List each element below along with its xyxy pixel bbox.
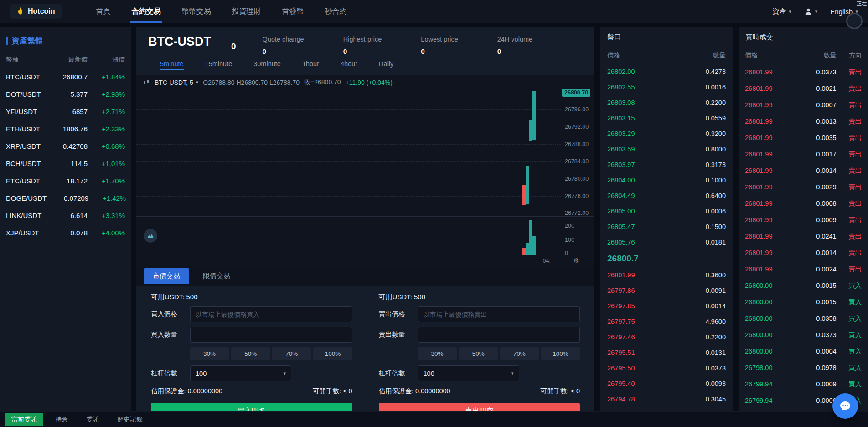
side-cell: 賣出 <box>837 232 862 241</box>
order-book-row[interactable]: 26805.000.0006 <box>600 203 733 219</box>
buy-price-input[interactable] <box>190 306 352 322</box>
price-chart[interactable] <box>136 89 561 216</box>
watchlist-row[interactable]: BTC/USDT26800.7+1.84% <box>0 68 131 85</box>
side-cell: 賣出 <box>837 265 862 274</box>
floating-widget[interactable] <box>846 13 863 29</box>
order-book-row[interactable]: 26795.500.0373 <box>600 360 733 376</box>
order-book-row[interactable]: 26795.510.0131 <box>600 345 733 360</box>
watchlist-row[interactable]: DOGE/USDT0.07209+1.42% <box>0 189 131 207</box>
nav-item[interactable]: 幣幣交易 <box>171 0 222 23</box>
order-book-row[interactable]: 26803.150.0559 <box>600 110 733 126</box>
market-header-row: BTC-USDT 0 Quote change0Highest price0Lo… <box>136 27 594 56</box>
percent-button[interactable]: 70% <box>500 347 539 360</box>
order-book-row[interactable]: 26803.970.3173 <box>600 157 733 172</box>
chat-support-button[interactable] <box>832 393 858 419</box>
qty-cell: 0.0029 <box>796 183 836 191</box>
bottom-tab[interactable]: 委託 <box>80 413 105 426</box>
percent-button[interactable]: 100% <box>313 347 352 360</box>
chart-symbol-dropdown[interactable]: BTC-USDT, 5 ▾ <box>155 79 198 86</box>
chevron-down-icon: ▾ <box>789 9 791 15</box>
order-book-row[interactable]: 26801.990.3600 <box>600 267 733 283</box>
percent-button[interactable]: 70% <box>272 347 311 360</box>
timeframe-tab[interactable]: 1hour <box>302 60 319 70</box>
nav-item[interactable]: 首頁 <box>86 0 121 23</box>
order-book-row[interactable]: 26797.850.0014 <box>600 298 733 314</box>
nav-item[interactable]: 合約交易 <box>121 0 171 23</box>
timeframe-tab[interactable]: 15minute <box>205 60 232 70</box>
order-book-row[interactable]: 26802.550.0016 <box>600 79 733 95</box>
percent-button[interactable]: 30% <box>418 347 457 360</box>
watchlist-row[interactable]: XRP/USDT0.42708+0.68% <box>0 137 131 155</box>
assets-menu[interactable]: 資產 ▾ <box>772 7 791 16</box>
current-price-tag: 26800.70 <box>562 89 590 97</box>
stat-value: 0 <box>343 47 382 56</box>
order-book-row[interactable]: 26794.770.1500 <box>600 407 733 411</box>
sell-short-button[interactable]: 賣出開空 <box>379 403 580 411</box>
timeframe-tab[interactable]: 5minute <box>160 60 184 70</box>
timeframe-tab[interactable]: 30minute <box>253 60 281 70</box>
change-percent: +2.71% <box>88 108 125 115</box>
order-book-row[interactable]: 26804.490.6400 <box>600 188 733 203</box>
change-percent: +1.70% <box>88 177 125 185</box>
pair-title: BTC-USDT <box>148 35 231 49</box>
percent-button[interactable]: 50% <box>231 347 270 360</box>
brand-logo[interactable]: Hotcoin <box>10 4 62 19</box>
percent-button[interactable]: 100% <box>541 347 580 360</box>
nav-item[interactable]: 秒合約 <box>315 0 357 23</box>
last-price: 5.377 <box>46 90 88 98</box>
chart-type-icon[interactable] <box>143 79 150 86</box>
watchlist-row[interactable]: LINK/USDT6.614+3.31% <box>0 207 131 224</box>
watchlist-row[interactable]: YFI/USDT6857+2.71% <box>0 103 131 120</box>
order-book-row[interactable]: 26797.754.9600 <box>600 314 733 329</box>
order-book-row[interactable]: 26794.780.3045 <box>600 391 733 407</box>
nav-item[interactable]: 投資理財 <box>222 0 272 23</box>
watchlist-row[interactable]: BCH/USDT114.5+1.01% <box>0 155 131 172</box>
order-book-row[interactable]: 26805.760.0181 <box>600 234 733 250</box>
bottom-tab[interactable]: 持倉 <box>49 413 74 426</box>
order-book-row[interactable]: 26804.000.1000 <box>600 172 733 188</box>
watchlist-row[interactable]: XJP/USDT0.078+4.00% <box>0 224 131 241</box>
watchlist-row[interactable]: DOT/USDT5.377+2.93% <box>0 85 131 103</box>
buy-amount-input[interactable] <box>190 327 352 343</box>
settings-gear-icon[interactable]: ⚙ <box>573 257 579 264</box>
buy-percent-row: 30%50%70%100% <box>190 347 352 360</box>
sell-amount-input[interactable] <box>418 327 580 343</box>
order-book-row[interactable]: 26803.290.3200 <box>600 126 733 141</box>
order-book-row[interactable]: 26797.860.0091 <box>600 283 733 298</box>
market-stat: Highest price0 <box>343 36 382 56</box>
last-price: 6.614 <box>46 212 88 219</box>
buy-long-button[interactable]: 買入開多 <box>151 403 352 411</box>
order-book-row[interactable]: 26795.400.0093 <box>600 376 733 391</box>
order-book-row[interactable]: 26805.470.1500 <box>600 219 733 234</box>
col-qty: 數量 <box>796 52 836 60</box>
timeframe-tab[interactable]: Daily <box>379 60 393 70</box>
available-value: 500 <box>186 293 198 301</box>
trade-mode-tab[interactable]: 限價交易 <box>194 268 239 284</box>
side-cell: 買入 <box>837 364 862 372</box>
user-menu[interactable]: ▾ <box>804 7 818 16</box>
chat-bubble-icon <box>839 401 851 411</box>
watchlist-row[interactable]: ETC/USDT18.172+1.70% <box>0 172 131 189</box>
percent-button[interactable]: 30% <box>190 347 229 360</box>
change-percent: +3.31% <box>88 212 125 219</box>
order-book-row[interactable]: 26803.080.2200 <box>600 95 733 110</box>
order-book-row[interactable]: 26797.460.2200 <box>600 329 733 345</box>
order-book-row[interactable]: 26803.590.8000 <box>600 141 733 157</box>
order-book-row[interactable]: 26802.000.4273 <box>600 64 733 79</box>
sell-margin: 佔用保證金: 0.00000000 <box>379 387 450 396</box>
trade-mode-tab[interactable]: 市價交易 <box>144 268 189 284</box>
percent-button[interactable]: 50% <box>459 347 498 360</box>
sell-leverage-select[interactable]: 100 ▾ <box>418 365 519 381</box>
watchlist-row[interactable]: ETH/USDT1806.76+2.33% <box>0 120 131 137</box>
nav-item[interactable]: 首發幣 <box>272 0 315 23</box>
order-book-current-price: 26800.7 <box>600 250 733 267</box>
trade-row: 26801.990.0014賣出 <box>739 162 868 179</box>
bottom-tab[interactable]: 當前委託 <box>5 413 43 426</box>
watermark-icon <box>144 229 157 243</box>
last-price: 26800.7 <box>46 73 88 81</box>
bottom-tab[interactable]: 歷史記錄 <box>111 413 149 426</box>
buy-leverage-select[interactable]: 100 ▾ <box>190 365 291 381</box>
sell-price-input[interactable] <box>418 306 580 322</box>
timeframe-tab[interactable]: 4hour <box>341 60 357 70</box>
qty-cell: 0.6400 <box>706 192 726 199</box>
